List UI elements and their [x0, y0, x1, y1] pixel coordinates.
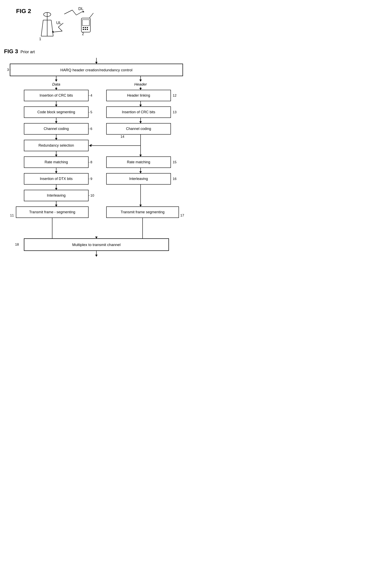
interleaving-right-text: Interleaving [129, 177, 148, 181]
svg-line-3 [76, 11, 83, 15]
svg-marker-30 [55, 80, 57, 82]
svg-text:FIG 2: FIG 2 [16, 8, 31, 14]
num-13: 13 [173, 110, 177, 114]
fig2-diagram: FIG 2 DL UL [4, 4, 104, 42]
svg-marker-71 [139, 105, 142, 107]
dtx-text: Insertion of DTX bits [40, 177, 72, 181]
channel-coding-right-text: Channel coding [126, 127, 151, 131]
multiplex-text: Multiplex to transmit channel [72, 242, 121, 247]
num-18: 18 [15, 242, 19, 246]
num-9: 9 [90, 177, 92, 181]
crc-left-text: Insertion of CRC bits [40, 93, 73, 97]
svg-rect-23 [87, 29, 88, 30]
svg-line-6 [58, 27, 62, 31]
harq-text: HARQ header creation/redundancy control [60, 68, 132, 72]
svg-marker-46 [55, 138, 57, 140]
svg-marker-26 [95, 62, 98, 64]
rate-matching-right-text: Rate matching [127, 160, 150, 164]
svg-line-8 [53, 31, 62, 32]
fig3-label: FIG 3 [4, 48, 18, 55]
crc-right-text: Insertion of CRC bits [122, 110, 155, 114]
num-17: 17 [180, 213, 184, 217]
rate-matching-left-text: Rate matching [45, 160, 68, 164]
ul-label: UL [56, 20, 61, 25]
svg-rect-19 [85, 27, 86, 28]
svg-marker-74 [139, 121, 142, 123]
svg-rect-22 [85, 29, 86, 30]
tx-frame-left-text: Transmit frame - segmenting [29, 210, 75, 214]
num-5: 5 [90, 110, 92, 114]
num-15: 15 [173, 160, 177, 164]
svg-marker-65 [55, 205, 57, 207]
page: FIG 2 DL UL [0, 0, 196, 289]
svg-marker-34 [55, 88, 57, 90]
svg-rect-16 [81, 18, 90, 32]
svg-line-12 [41, 20, 43, 36]
svg-marker-57 [55, 171, 57, 173]
svg-marker-42 [55, 121, 57, 123]
num-8: 8 [90, 160, 92, 164]
num-14: 14 [120, 135, 124, 139]
interleaving-left-text: Interleaving [47, 193, 65, 197]
fig3-subtitle: Prior art [20, 49, 35, 54]
svg-rect-20 [87, 27, 88, 28]
fig2-section: FIG 2 DL UL [4, 4, 192, 44]
svg-marker-80 [139, 171, 142, 173]
num-10: 10 [90, 193, 94, 197]
node2-label: 2 [82, 32, 84, 36]
svg-line-2 [72, 10, 76, 15]
tx-frame-right-text: Transmit frame segmenting [121, 210, 164, 214]
svg-rect-18 [83, 27, 84, 28]
svg-rect-17 [82, 20, 89, 26]
svg-marker-32 [139, 80, 142, 82]
num-16: 16 [173, 177, 177, 181]
fig3-diagram: HARQ header creation/redundancy control … [4, 58, 189, 279]
svg-line-13 [51, 20, 53, 36]
svg-marker-68 [139, 88, 142, 90]
channel-coding-left-text: Channel coding [44, 127, 69, 131]
redundancy-text: Redundancy selection [38, 144, 74, 147]
svg-marker-53 [55, 155, 57, 157]
num-4: 4 [90, 94, 92, 97]
fig3-section: FIG 3 Prior art HARQ header creation/red… [4, 48, 192, 279]
svg-marker-83 [139, 205, 142, 207]
header-linking-text: Header linking [127, 93, 150, 97]
svg-line-1 [64, 10, 72, 14]
num-6: 6 [90, 127, 92, 131]
num-3: 3 [7, 68, 9, 72]
svg-marker-38 [55, 105, 57, 107]
svg-marker-51 [89, 144, 91, 147]
svg-marker-90 [95, 255, 98, 257]
svg-line-24 [89, 13, 93, 18]
svg-marker-77 [139, 155, 142, 157]
header-label: Header [134, 82, 147, 86]
dl-label: DL [78, 6, 84, 11]
node1-label: 1 [39, 37, 41, 41]
num-11: 11 [10, 213, 14, 217]
svg-marker-87 [95, 237, 98, 239]
num-12: 12 [173, 94, 177, 97]
data-label: Data [52, 82, 60, 86]
code-block-text: Code block segmenting [37, 110, 75, 114]
svg-marker-61 [55, 188, 57, 190]
svg-rect-21 [83, 29, 84, 30]
